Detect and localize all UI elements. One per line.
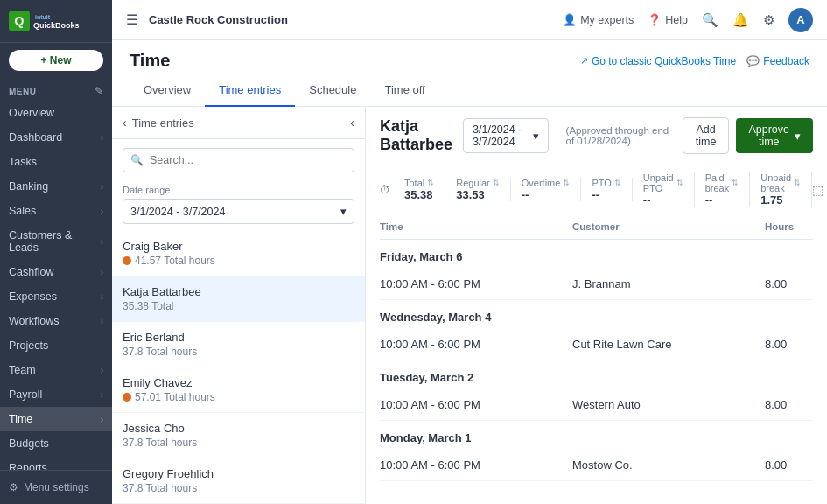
quickbooks-logo: Q intuit QuickBooks <box>9 10 88 32</box>
sidebar-item-sales[interactable]: Sales› <box>0 199 112 223</box>
sidebar-item-dashboard[interactable]: Dashboard› <box>0 125 112 150</box>
sidebar-item-time[interactable]: Time› <box>0 407 112 431</box>
sidebar-item-projects[interactable]: Projects <box>0 333 112 358</box>
employee-hours: 41.57 Total hours <box>123 255 354 267</box>
date-range-section: Date range 3/1/2024 - 3/7/2024 ▾ <box>112 181 365 231</box>
sort-icon[interactable]: ⇅ <box>563 178 570 187</box>
avatar[interactable]: A <box>788 8 813 32</box>
sidebar-item-banking[interactable]: Banking› <box>0 174 112 199</box>
entry-customer: Mostow Co. <box>572 458 765 472</box>
my-experts-button[interactable]: 👤 My experts <box>563 13 634 26</box>
classic-link[interactable]: ↗ Go to classic QuickBooks Time <box>580 55 736 67</box>
table-action-icons: ⬚ 🖨 ⚙ <box>812 183 827 197</box>
sidebar: Q intuit QuickBooks + New MENU ✎ Overvie… <box>0 0 112 504</box>
sidebar-item-cashflow[interactable]: Cashflow› <box>0 260 112 284</box>
topbar-actions: 👤 My experts ❓ Help 🔍 🔔 ⚙ A <box>563 8 813 32</box>
chevron-down-icon: ▾ <box>795 130 801 143</box>
search-icon: 🔍 <box>130 154 144 166</box>
employee-name: Gregory Froehlich <box>123 467 354 480</box>
tabs: Overview Time entries Schedule Time off <box>112 74 827 107</box>
right-panel-header: Katja Battarbee 3/1/2024 - 3/7/2024 ▾ (A… <box>366 107 827 165</box>
employee-item-katja-battarbee[interactable]: Katja Battarbee 35.38 Total <box>112 276 365 322</box>
entry-time: 10:00 AM - 6:00 PM <box>380 458 572 472</box>
search-input[interactable] <box>123 148 354 172</box>
sidebar-item-expenses[interactable]: Expenses› <box>0 284 112 309</box>
summary-paid-break: Paid break⇅ -- <box>695 172 751 206</box>
employee-hours: 37.8 Total hours <box>123 346 354 358</box>
employee-item-jessica-cho[interactable]: Jessica Cho 37.8 Total hours <box>112 413 365 458</box>
sort-icon[interactable]: ⇅ <box>614 178 621 187</box>
search-icon[interactable]: 🔍 <box>702 12 718 28</box>
sort-icon[interactable]: ⇅ <box>493 178 500 187</box>
employee-item-craig-baker[interactable]: Craig Baker 41.57 Total hours <box>112 231 365 276</box>
svg-text:QuickBooks: QuickBooks <box>33 21 80 30</box>
sort-icon[interactable]: ⇅ <box>676 178 683 187</box>
main-content: ☰ Castle Rock Construction 👤 My experts … <box>112 0 827 504</box>
summary-unpaid-pto: Unpaid PTO⇅ -- <box>633 172 695 206</box>
sort-icon[interactable]: ⇅ <box>427 178 434 187</box>
menu-header: MENU ✎ <box>0 78 112 101</box>
page-title: Time <box>130 51 170 71</box>
sidebar-item-team[interactable]: Team› <box>0 358 112 382</box>
date-range-select[interactable]: 3/1/2024 - 3/7/2024 ▾ <box>123 199 354 224</box>
date-section-header: Friday, March 6 <box>380 240 813 269</box>
employee-item-emily-chavez[interactable]: Emily Chavez 57.01 Total hours <box>112 368 365 413</box>
feedback-icon: 💬 <box>746 55 760 67</box>
table-row: 10:00 AM - 6:00 PM Cut Rite Lawn Care 8.… <box>380 329 813 360</box>
menu-settings-button[interactable]: ⚙ Menu settings <box>9 478 103 497</box>
copy-icon[interactable]: ⬚ <box>812 183 823 197</box>
sidebar-footer: ⚙ Menu settings <box>0 470 112 504</box>
left-panel: ‹ Time entries ‹ 🔍 Date range 3/1/2024 -… <box>112 107 366 504</box>
feedback-button[interactable]: 💬 Feedback <box>746 55 809 67</box>
employee-hours: 35.38 Total <box>123 300 354 312</box>
employee-item-eric-berland[interactable]: Eric Berland 37.8 Total hours <box>112 322 365 368</box>
new-button[interactable]: + New <box>9 50 103 71</box>
collapse-panel-icon[interactable]: ‹ <box>350 116 354 130</box>
tab-overview[interactable]: Overview <box>130 74 205 107</box>
table-row: 10:00 AM - 6:00 PM Western Auto 8.00 Una… <box>380 389 813 421</box>
search-box: 🔍 <box>123 148 354 172</box>
tab-schedule[interactable]: Schedule <box>295 74 370 107</box>
sort-icon[interactable]: ⇅ <box>732 178 739 187</box>
add-time-button[interactable]: Add time <box>683 117 730 154</box>
entry-hours: 8.00 <box>765 458 827 472</box>
summary-unpaid-break: Unpaid break⇅ 1.75 <box>750 172 812 206</box>
tab-time-entries[interactable]: Time entries <box>205 74 295 107</box>
left-panel-header: ‹ Time entries ‹ <box>112 107 365 139</box>
sidebar-item-overview[interactable]: Overview <box>0 101 112 125</box>
person-icon: 👤 <box>563 13 577 26</box>
back-arrow-icon[interactable]: ‹ <box>123 116 127 130</box>
external-link-icon: ↗ <box>580 55 588 66</box>
date-range-picker[interactable]: 3/1/2024 - 3/7/2024 ▾ <box>463 118 549 153</box>
gear-icon[interactable]: ⚙ <box>763 12 774 28</box>
approve-time-button[interactable]: Approve time ▾ <box>736 118 813 153</box>
sidebar-item-budgets[interactable]: Budgets <box>0 431 112 456</box>
sidebar-item-reports[interactable]: Reports <box>0 456 112 470</box>
sidebar-item-tasks[interactable]: Tasks <box>0 150 112 174</box>
time-entries-table: Time Customer Hours Status Actions Frida… <box>366 214 827 504</box>
hamburger-icon[interactable]: ☰ <box>126 11 138 28</box>
summary-row: ⏱ Total⇅ 35.38 Regular⇅ 33.53 Overtime⇅ … <box>366 165 827 214</box>
menu-edit-icon[interactable]: ✎ <box>95 85 103 97</box>
sidebar-item-customers[interactable]: Customers & Leads› <box>0 223 112 260</box>
summary-total: Total⇅ 35.38 <box>394 178 445 201</box>
settings-icon: ⚙ <box>9 481 18 494</box>
bell-icon[interactable]: 🔔 <box>732 12 749 28</box>
warning-icon <box>123 393 131 402</box>
table-row: 10:00 AM - 6:00 PM J. Brannam 8.00 Unapp… <box>380 269 813 300</box>
employee-item-gregory-froehlich[interactable]: Gregory Froehlich 37.8 Total hours <box>112 458 365 504</box>
date-section-header: Tuesday, March 2 <box>380 360 813 389</box>
summary-regular: Regular⇅ 33.53 <box>445 178 511 201</box>
sidebar-item-payroll[interactable]: Payroll› <box>0 382 112 407</box>
svg-text:intuit: intuit <box>35 14 51 20</box>
entry-hours: 8.00 <box>765 398 827 411</box>
employee-name: Katja Battarbee <box>123 285 354 298</box>
sidebar-item-workflows[interactable]: Workflows› <box>0 309 112 333</box>
tab-time-off[interactable]: Time off <box>370 74 438 107</box>
date-section-header: Wednesday, March 4 <box>380 300 813 329</box>
sort-icon[interactable]: ⇅ <box>794 178 801 187</box>
help-button[interactable]: ❓ Help <box>648 13 688 26</box>
employee-name: Craig Baker <box>123 240 354 253</box>
topbar: ☰ Castle Rock Construction 👤 My experts … <box>112 0 827 40</box>
entry-hours: 8.00 <box>765 338 827 351</box>
